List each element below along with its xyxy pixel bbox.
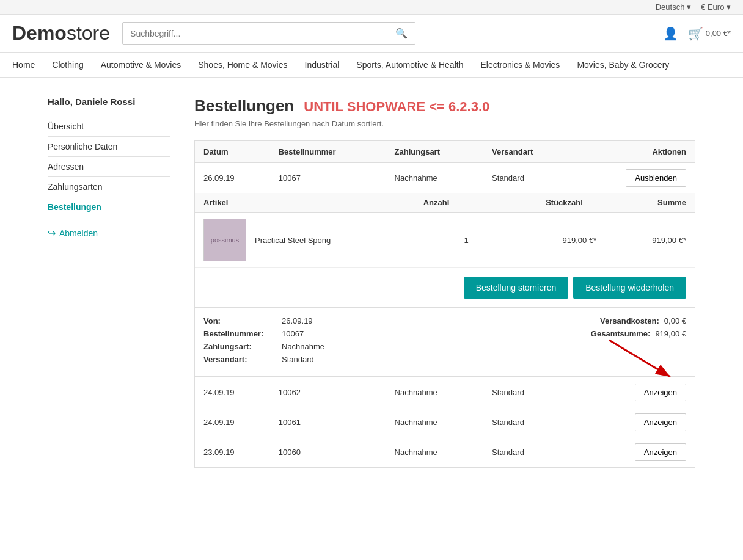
order-zahlungsart-10061: Nachnahme — [386, 407, 484, 437]
detail-zahlungsart: Zahlungsart: Nachnahme — [203, 342, 439, 351]
nav-home[interactable]: Home — [12, 53, 35, 77]
order-zahlungsart-10062: Nachnahme — [386, 377, 484, 408]
detail-bestellnummer: Bestellnummer: 10067 — [203, 329, 439, 338]
sidebar-greeting: Hallo, Daniele Rossi — [48, 96, 170, 107]
table-row-10061: 24.09.19 10061 Nachnahme Standard Anzeig… — [195, 407, 695, 437]
sidebar: Hallo, Daniele Rossi Übersicht Persönlic… — [48, 96, 170, 492]
detail-bestellnummer-value: 10067 — [282, 329, 304, 338]
nav-automotive-movies[interactable]: Automotive & Movies — [101, 53, 181, 77]
order-zahlungsart: Nachnahme — [386, 163, 484, 194]
sidebar-item-adressen: Adressen — [48, 157, 170, 177]
order-bestellnummer: 10067 — [270, 163, 386, 194]
item-col-anzahl: Anzahl — [384, 193, 488, 212]
page-subtitle: Hier finden Sie ihre Bestellungen nach D… — [194, 119, 695, 128]
nav-industrial[interactable]: Industrial — [305, 53, 340, 77]
account-icon[interactable]: 👤 — [663, 26, 678, 41]
detail-bestellnummer-label: Bestellnummer: — [203, 329, 277, 338]
show-button-10062[interactable]: Anzeigen — [635, 384, 686, 401]
expanded-section-cell: Artikel Anzahl Stückzahl Summe possimus … — [195, 193, 695, 377]
item-col-stueckzahl: Stückzahl — [488, 193, 591, 212]
order-zahlungsart-10060: Nachnahme — [386, 437, 484, 468]
detail-von-value: 26.09.19 — [282, 316, 313, 325]
version-badge: UNTIL SHOPWARE <= 6.2.3.0 — [304, 99, 489, 115]
thumbnail-text: possimus — [211, 236, 239, 244]
currency-selector[interactable]: € Euro — [701, 2, 731, 12]
bottom-space — [194, 468, 695, 492]
sidebar-link-persoenliche-daten[interactable]: Persönliche Daten — [48, 142, 117, 151]
order-bestellnummer-10060: 10060 — [270, 437, 386, 468]
table-header-row: Datum Bestellnummer Zahlungsart Versanda… — [195, 141, 695, 163]
detail-gesamtsumme: Gesamtsumme: 919,00 € — [451, 329, 686, 338]
detail-versandart-label: Versandart: — [203, 355, 277, 364]
header: Demostore 🔍 👤 🛒 0,00 €* — [0, 15, 743, 53]
col-bestellnummer: Bestellnummer — [270, 141, 386, 163]
search-input[interactable] — [123, 23, 388, 44]
detail-zahlungsart-value: Nachnahme — [282, 342, 324, 351]
logout-label: Abmelden — [59, 228, 98, 238]
cart-amount: 0,00 €* — [706, 29, 731, 38]
order-details-left: Von: 26.09.19 Bestellnummer: 10067 Zahlu… — [203, 316, 439, 368]
order-action-cell: Ausblenden — [574, 163, 695, 194]
content: Bestellungen UNTIL SHOPWARE <= 6.2.3.0 H… — [194, 96, 695, 492]
order-versandart-10061: Standard — [483, 407, 574, 437]
detail-gesamtsumme-label: Gesamtsumme: — [591, 329, 651, 338]
logo-regular: store — [67, 22, 110, 44]
order-bestellnummer-10062: 10062 — [270, 377, 386, 408]
logout-icon: ↪ — [48, 227, 56, 239]
detail-versandart-value: Standard — [282, 355, 314, 364]
repeat-order-button[interactable]: Bestellung wiederholen — [573, 277, 686, 299]
order-action-10061: Anzeigen — [574, 407, 695, 437]
order-versandart-10060: Standard — [483, 437, 574, 468]
order-details-section: Von: 26.09.19 Bestellnummer: 10067 Zahlu… — [195, 308, 695, 377]
order-action-10062: Anzeigen — [574, 377, 695, 408]
sidebar-link-zahlungsarten[interactable]: Zahlungsarten — [48, 182, 103, 192]
order-action-10060: Anzeigen — [574, 437, 695, 468]
item-sub-header: Artikel Anzahl Stückzahl Summe — [195, 193, 695, 213]
order-datum-10062: 24.09.19 — [195, 377, 270, 408]
sidebar-item-zahlungsarten: Zahlungsarten — [48, 177, 170, 197]
detail-versandart: Versandart: Standard — [203, 355, 439, 364]
sidebar-item-uebersicht: Übersicht — [48, 117, 170, 137]
detail-von-label: Von: — [203, 316, 277, 325]
item-row: possimus Practical Steel Spong 1 919,00 … — [195, 213, 695, 268]
sidebar-link-bestellungen[interactable]: Bestellungen — [48, 202, 101, 212]
show-button-10060[interactable]: Anzeigen — [635, 443, 686, 461]
sidebar-link-uebersicht[interactable]: Übersicht — [48, 122, 84, 131]
logout-button[interactable]: ↪ Abmelden — [48, 227, 170, 239]
order-details-wrapper: Von: 26.09.19 Bestellnummer: 10067 Zahlu… — [195, 308, 695, 377]
nav-movies-baby-grocery[interactable]: Movies, Baby & Grocery — [577, 53, 669, 77]
order-datum-10061: 24.09.19 — [195, 407, 270, 437]
order-datum: 26.09.19 — [195, 163, 270, 194]
order-versandart: Standard — [483, 163, 574, 194]
detail-zahlungsart-label: Zahlungsart: — [203, 342, 277, 351]
order-datum-10060: 23.09.19 — [195, 437, 270, 468]
item-thumbnail: possimus — [203, 219, 246, 261]
detail-gesamtsumme-value: 919,00 € — [655, 329, 686, 338]
detail-versandkosten-label: Versandkosten: — [600, 316, 659, 325]
logo-bold: Demo — [12, 22, 67, 44]
nav-electronics-movies[interactable]: Electronics & Movies — [480, 53, 560, 77]
nav-clothing[interactable]: Clothing — [52, 53, 83, 77]
show-button-10061[interactable]: Anzeigen — [635, 413, 686, 431]
detail-versandkosten: Versandkosten: 0,00 € — [451, 316, 686, 325]
header-icons: 👤 🛒 0,00 €* — [663, 26, 731, 41]
table-row-10062: 24.09.19 10062 Nachnahme Standard Anzeig… — [195, 377, 695, 408]
cart-icon[interactable]: 🛒 0,00 €* — [688, 26, 731, 41]
top-bar: Deutsch € Euro — [0, 0, 743, 15]
search-button[interactable]: 🔍 — [388, 23, 415, 44]
cancel-order-button[interactable]: Bestellung stornieren — [464, 277, 569, 299]
sidebar-link-adressen[interactable]: Adressen — [48, 162, 84, 172]
logo[interactable]: Demostore — [12, 22, 110, 45]
hide-button[interactable]: Ausblenden — [626, 169, 686, 187]
action-buttons-row: Bestellung stornieren Bestellung wiederh… — [195, 268, 695, 308]
nav-shoes-home-movies[interactable]: Shoes, Home & Movies — [198, 53, 287, 77]
language-selector[interactable]: Deutsch — [656, 2, 691, 12]
item-anzahl: 1 — [426, 236, 507, 245]
detail-versandkosten-value: 0,00 € — [664, 316, 686, 325]
detail-von: Von: 26.09.19 — [203, 316, 439, 325]
nav-sports-automotive-health[interactable]: Sports, Automotive & Health — [356, 53, 463, 77]
item-summe: 919,00 €* — [605, 236, 686, 245]
main-container: Hallo, Daniele Rossi Übersicht Persönlic… — [35, 78, 708, 511]
col-datum: Datum — [195, 141, 270, 163]
page-title: Bestellungen — [194, 96, 294, 115]
